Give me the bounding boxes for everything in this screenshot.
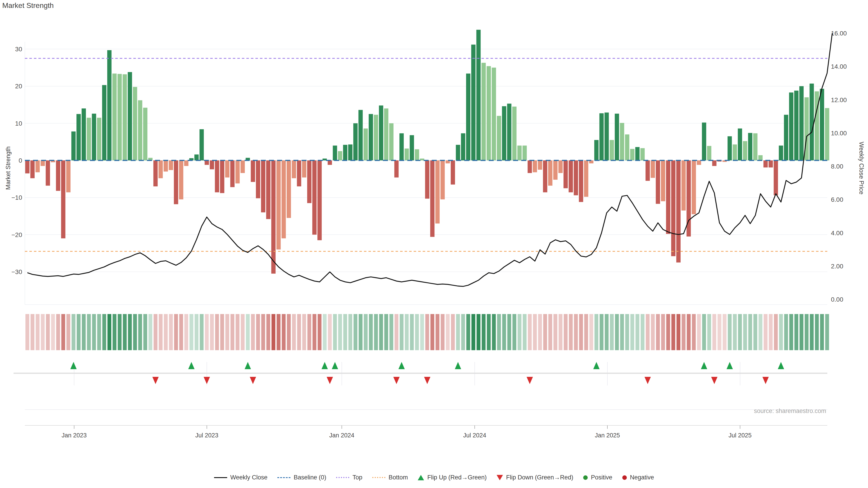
strength-bar [307, 160, 311, 203]
strength-bar [712, 160, 717, 166]
strength-bar [640, 148, 645, 160]
market-strength-chart: Market Strength Market Strength Weekly C… [0, 0, 868, 488]
heatmap-cell [128, 314, 132, 350]
heatmap-cell [615, 314, 619, 350]
legend-label: Bottom [389, 474, 408, 481]
strength-bar [702, 123, 706, 160]
heatmap-cell [123, 314, 127, 350]
heatmap-cell [538, 314, 542, 350]
heatmap-cell [395, 314, 398, 350]
heatmap-cell [800, 314, 803, 350]
strength-bar [348, 144, 352, 160]
strength-bar [143, 108, 147, 160]
heatmap-cell [369, 314, 373, 350]
heatmap-cell [200, 314, 204, 350]
strength-bar [76, 114, 81, 160]
legend-item-weekly-close: Weekly Close [214, 474, 268, 481]
heatmap-cell [543, 314, 547, 350]
heatmap-cell [466, 314, 470, 350]
heatmap-cell [266, 314, 270, 350]
strength-bar [430, 160, 434, 237]
strength-bar [528, 160, 532, 173]
heatmap-cell [220, 314, 224, 350]
flip-up-marker [188, 362, 195, 369]
heatmap-cell [564, 314, 567, 350]
x-tick-label: Jul 2025 [728, 432, 752, 439]
heatmap-cell [97, 314, 101, 350]
strength-bar [107, 50, 112, 160]
strength-bar [758, 155, 763, 160]
left-tick-label: 10 [15, 120, 22, 127]
flip-down-marker [711, 377, 717, 384]
strength-bar [123, 74, 127, 160]
heatmap-cell [405, 314, 409, 350]
source-text: source: sharemaestro.com [754, 408, 826, 415]
strength-bar [748, 133, 752, 160]
heatmap-cell [236, 314, 239, 350]
strength-bar [302, 160, 306, 177]
heatmap-cell [138, 314, 142, 350]
heatmap-cell [215, 314, 219, 350]
heatmap-cell [261, 314, 265, 350]
left-tick-label: 20 [15, 83, 22, 90]
strength-bar [533, 160, 537, 172]
flip-up-marker [399, 362, 405, 369]
right-tick-label: 8.00 [831, 163, 843, 170]
heatmap-cell [51, 314, 55, 350]
heatmap-cell [415, 314, 419, 350]
strength-bar [169, 160, 173, 170]
heatmap-cell [702, 314, 706, 350]
strength-bar [661, 160, 665, 201]
heatmap-cell [574, 314, 578, 350]
strength-bar [359, 110, 363, 160]
strength-bar [138, 100, 142, 160]
strength-bar [297, 160, 301, 186]
heatmap-cell [825, 314, 829, 350]
strength-bar [415, 149, 419, 160]
strength-bar [620, 123, 624, 160]
strength-bar [102, 85, 106, 160]
strength-bar [738, 129, 742, 160]
strength-bar [353, 123, 358, 160]
strength-bar [25, 160, 30, 173]
heatmap-cell [769, 314, 773, 350]
strength-bar [225, 160, 229, 177]
heatmap-cell [225, 314, 229, 350]
heatmap-cell [487, 314, 491, 350]
x-tick-label: Jan 2025 [595, 432, 620, 439]
strength-bar [743, 141, 747, 160]
heatmap-cell [456, 314, 460, 350]
strength-bar [399, 133, 404, 160]
x-tick-label: Jul 2024 [463, 432, 486, 439]
flip-down-marker [393, 377, 400, 384]
legend-item-positive: Positive [583, 474, 612, 481]
heatmap-cell [600, 314, 603, 350]
strength-bar [569, 160, 573, 192]
right-tick-label: 10.00 [831, 130, 847, 137]
strength-bar [610, 140, 614, 160]
legend-label: Top [352, 474, 362, 481]
strength-bar [317, 160, 322, 240]
strength-bar [266, 160, 270, 219]
strength-bar [522, 145, 527, 160]
heatmap-cell [36, 314, 39, 350]
heatmap-cell [72, 314, 75, 350]
strength-bar [425, 160, 430, 199]
heatmap-cell [492, 314, 496, 350]
strength-bar [82, 108, 86, 160]
heatmap-cell [738, 314, 742, 350]
strength-bar [487, 66, 491, 160]
strength-bar [405, 149, 409, 160]
heatmap-cell [723, 314, 726, 350]
heatmap-cell [743, 314, 747, 350]
strength-bar [733, 144, 737, 160]
heatmap-cell [430, 314, 434, 350]
strength-bar [210, 160, 214, 169]
strength-bar [215, 160, 219, 192]
strength-bar [799, 86, 804, 160]
heatmap-cell [287, 314, 291, 350]
dotted-swatch-icon [372, 477, 385, 478]
strength-bar [312, 160, 317, 235]
heatmap-cell [343, 314, 347, 350]
strength-bar [374, 115, 378, 160]
